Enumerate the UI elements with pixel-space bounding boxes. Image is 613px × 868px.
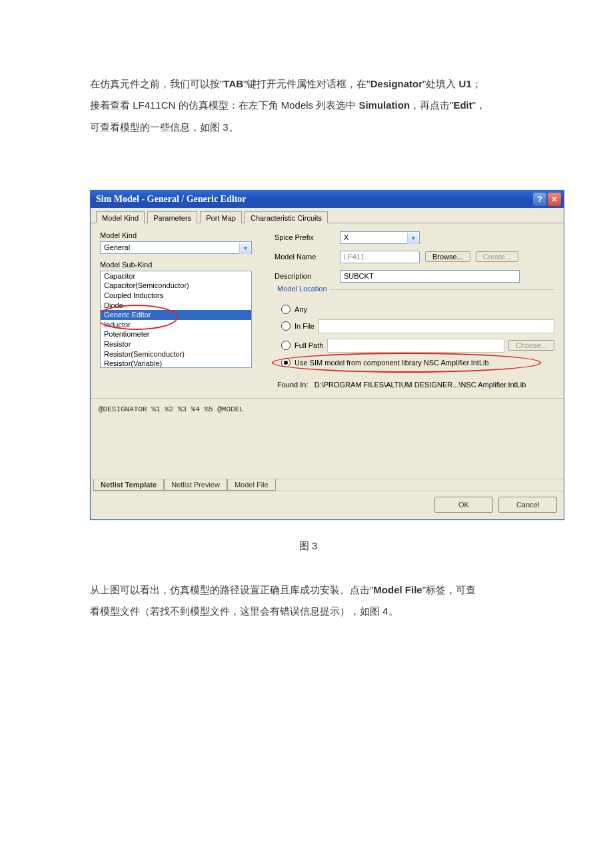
list-item[interactable]: Capacitor(Semiconductor) bbox=[101, 281, 251, 291]
list-item[interactable]: Coupled Inductors bbox=[101, 291, 251, 301]
list-item[interactable]: Inductor bbox=[101, 320, 251, 330]
top-tabstrip: Model Kind Parameters Port Map Character… bbox=[91, 208, 564, 223]
in-file-path[interactable] bbox=[318, 319, 554, 333]
help-button[interactable]: ? bbox=[533, 193, 546, 206]
radio-use-library[interactable] bbox=[281, 358, 291, 367]
tab-netlist-preview[interactable]: Netlist Preview bbox=[164, 479, 227, 491]
model-location-title: Model Location bbox=[275, 285, 330, 293]
chevron-down-icon: ▾ bbox=[407, 233, 418, 244]
model-kind-select[interactable]: General ▾ bbox=[100, 241, 252, 254]
list-item[interactable]: Capacitor bbox=[101, 271, 251, 281]
list-item[interactable]: Resistor bbox=[101, 339, 251, 349]
sim-model-dialog: Sim Model - General / Generic Editor ? ×… bbox=[90, 190, 564, 520]
list-item[interactable]: Diode bbox=[101, 301, 251, 311]
spice-prefix-label: Spice Prefix bbox=[275, 233, 334, 241]
description-label: Description bbox=[275, 272, 334, 280]
model-subkind-label: Model Sub-Kind bbox=[100, 261, 260, 269]
browse-button[interactable]: Browse... bbox=[425, 251, 470, 262]
radio-in-file[interactable] bbox=[281, 321, 291, 331]
list-item[interactable]: Resistor(Variable) bbox=[101, 359, 251, 368]
model-subkind-list[interactable]: CapacitorCapacitor(Semiconductor)Coupled… bbox=[100, 271, 252, 368]
intro-paragraph: 在仿真元件之前，我们可以按"TAB"键打开元件属性对话框，在"Designato… bbox=[90, 73, 526, 138]
outro-paragraph: 从上图可以看出，仿真模型的路径设置正确且库成功安装。点击"Model File"… bbox=[90, 579, 526, 623]
create-button[interactable]: Create... bbox=[476, 251, 518, 262]
ok-button[interactable]: OK bbox=[434, 497, 493, 513]
radio-full-path[interactable] bbox=[281, 341, 291, 350]
list-item[interactable]: Potentiometer bbox=[101, 329, 251, 339]
netlist-template-area: @DESIGNATOR %1 %2 %3 %4 %5 @MODEL bbox=[91, 398, 564, 479]
found-in-row: Found In: D:\PROGRAM FILES\ALTIUM DESIGN… bbox=[277, 381, 554, 389]
tab-parameters[interactable]: Parameters bbox=[147, 211, 197, 223]
window-title: Sim Model - General / Generic Editor bbox=[96, 194, 247, 205]
choose-button[interactable]: Choose... bbox=[508, 340, 554, 351]
tab-netlist-template[interactable]: Netlist Template bbox=[93, 479, 164, 491]
radio-any[interactable] bbox=[281, 305, 291, 314]
tab-model-kind[interactable]: Model Kind bbox=[96, 211, 145, 223]
description-field[interactable]: SUBCKT bbox=[340, 270, 520, 283]
tab-characteristic-circuits[interactable]: Characteristic Circuits bbox=[245, 211, 328, 223]
spice-prefix-select[interactable]: X ▾ bbox=[340, 231, 420, 244]
cancel-button[interactable]: Cancel bbox=[498, 497, 557, 513]
model-location-group: Model Location Any In File Full P bbox=[275, 289, 554, 389]
model-name-label: Model Name bbox=[275, 253, 334, 261]
list-item[interactable]: Resistor(Semiconductor) bbox=[101, 349, 251, 359]
model-kind-label: Model Kind bbox=[100, 231, 260, 239]
chevron-down-icon: ▾ bbox=[239, 243, 251, 254]
close-button[interactable]: × bbox=[548, 193, 561, 206]
full-path-field[interactable] bbox=[327, 339, 504, 353]
bottom-tabstrip: Netlist TemplateNetlist PreviewModel Fil… bbox=[91, 479, 564, 491]
model-name-field[interactable]: LF411 bbox=[340, 251, 420, 263]
tab-port-map[interactable]: Port Map bbox=[200, 211, 242, 223]
list-item[interactable]: Generic Editor bbox=[101, 310, 251, 320]
dialog-footer: OK Cancel bbox=[91, 491, 564, 519]
tab-model-file[interactable]: Model File bbox=[227, 479, 276, 491]
titlebar: Sim Model - General / Generic Editor ? × bbox=[91, 191, 564, 208]
figure-caption: 图 3 bbox=[90, 540, 526, 553]
